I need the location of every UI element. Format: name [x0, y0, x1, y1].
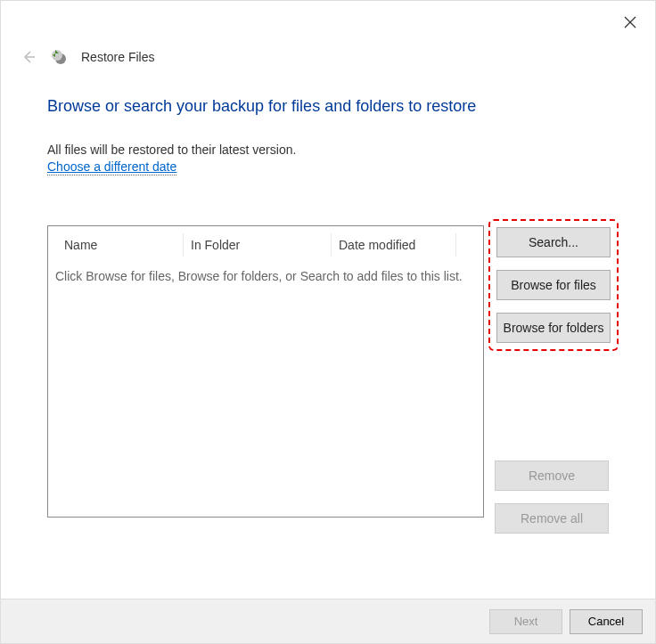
column-header-date[interactable]: Date modified — [332, 233, 456, 257]
search-button[interactable]: Search... — [496, 227, 611, 257]
remove-all-button: Remove all — [495, 503, 609, 534]
restore-files-icon — [51, 49, 67, 65]
main-area: Name In Folder Date modified Click Brows… — [47, 225, 612, 534]
side-button-panel: Search... Browse for files Browse for fo… — [495, 225, 612, 534]
choose-date-link[interactable]: Choose a different date — [47, 159, 176, 175]
close-icon — [624, 16, 636, 29]
close-button[interactable] — [621, 13, 639, 31]
browse-files-button[interactable]: Browse for files — [496, 270, 611, 300]
browse-folders-button[interactable]: Browse for folders — [496, 313, 611, 343]
column-header-name[interactable]: Name — [48, 233, 184, 257]
column-header-folder[interactable]: In Folder — [184, 233, 332, 257]
empty-list-message: Click Browse for files, Browse for folde… — [55, 269, 476, 283]
back-button[interactable] — [20, 49, 37, 65]
page-heading: Browse or search your backup for files a… — [47, 97, 612, 116]
highlight-annotation: Search... Browse for files Browse for fo… — [488, 219, 619, 351]
remove-buttons-group: Remove Remove all — [495, 461, 612, 534]
cancel-button[interactable]: Cancel — [570, 609, 643, 634]
window-header: Restore Files — [1, 1, 655, 65]
remove-button: Remove — [495, 461, 609, 491]
file-list-panel: Name In Folder Date modified Click Brows… — [47, 225, 484, 518]
content-area: Browse or search your backup for files a… — [1, 65, 655, 534]
footer-bar: Next Cancel — [1, 599, 655, 643]
info-text: All files will be restored to their late… — [47, 143, 612, 157]
list-header: Name In Folder Date modified — [48, 226, 483, 257]
back-arrow-icon — [21, 50, 36, 64]
next-button: Next — [489, 609, 562, 634]
window-title: Restore Files — [81, 50, 154, 64]
list-body: Click Browse for files, Browse for folde… — [48, 257, 483, 296]
